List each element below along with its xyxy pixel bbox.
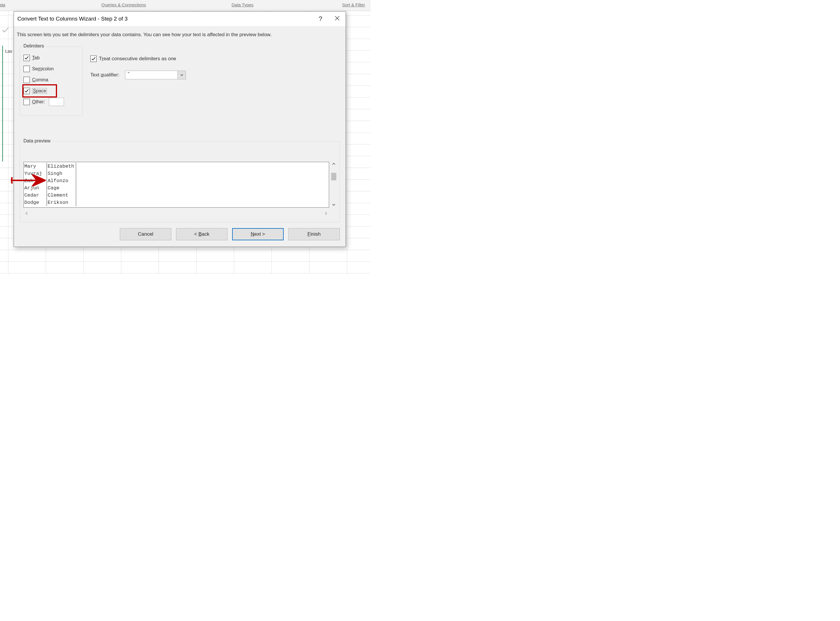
consecutive-row[interactable]: Treat consecutive delimiters as one	[90, 53, 340, 64]
consecutive-checkbox[interactable]	[90, 56, 97, 62]
data-preview-table: Mary ElizabethYuvraj SinghZak AlfonzoArj…	[24, 163, 76, 206]
table-row: Mary Elizabeth	[24, 163, 76, 170]
delimiter-comma-row[interactable]: Comma	[23, 74, 79, 85]
ribbon-group-datatypes: Data Types	[232, 2, 254, 7]
ribbon-group-data: n Data	[0, 2, 5, 7]
ribbon-background: n Data Queries & Connections Data Types …	[0, 0, 371, 11]
scroll-up-icon[interactable]	[332, 162, 336, 167]
help-button[interactable]: ?	[312, 12, 329, 26]
delimiters-legend: Delimiters	[22, 44, 45, 48]
delimiter-space-label: Space	[32, 88, 47, 94]
scroll-thumb[interactable]	[331, 173, 336, 180]
data-preview-box: Mary ElizabethYuvraj SinghZak AlfonzoArj…	[23, 162, 329, 208]
text-qualifier-label: Text qualifier:	[90, 72, 119, 78]
table-row: Zak Alfonzo	[24, 177, 76, 185]
scroll-right-icon[interactable]	[324, 211, 328, 216]
delimiter-other-checkbox[interactable]	[23, 99, 30, 105]
data-preview-legend: Data preview	[22, 138, 51, 144]
chevron-down-icon[interactable]	[177, 71, 186, 79]
text-qualifier-combo[interactable]: "	[125, 71, 186, 79]
cancel-button[interactable]: Cancel	[120, 228, 171, 240]
data-preview-group: Data preview Mary ElizabethYuvraj SinghZ…	[20, 141, 340, 222]
delimiter-semicolon-checkbox[interactable]	[23, 66, 30, 72]
delimiter-other-input[interactable]	[49, 98, 64, 106]
back-button[interactable]: < Back	[176, 228, 227, 240]
preview-vertical-scrollbar[interactable]	[330, 162, 337, 208]
preview-horizontal-scrollbar[interactable]	[23, 211, 329, 217]
ribbon-group-queries: Queries & Connections	[101, 2, 146, 7]
finish-button[interactable]: Finish	[288, 228, 340, 240]
scroll-left-icon[interactable]	[24, 211, 29, 216]
help-icon: ?	[319, 15, 322, 23]
close-icon	[334, 16, 340, 22]
dialog-titlebar[interactable]: Convert Text to Columns Wizard - Step 2 …	[14, 12, 346, 26]
scroll-down-icon[interactable]	[332, 203, 336, 208]
table-row: Arjun Cage	[24, 185, 76, 192]
dialog-title: Convert Text to Columns Wizard - Step 2 …	[17, 16, 128, 22]
delimiter-semicolon-label: Semicolon	[32, 66, 54, 71]
selection-edge	[0, 46, 3, 162]
delimiter-other-label: Other:	[32, 99, 45, 105]
formula-bar-accept-icon	[1, 26, 10, 34]
ribbon-group-sortfilter: Sort & Filter	[342, 2, 365, 7]
consecutive-label: Treat consecutive delimiters as one	[99, 56, 176, 62]
delimiters-group: Delimiters Tab Semicolon Comma Space	[20, 46, 83, 116]
delimiter-space-checkbox[interactable]	[23, 88, 30, 94]
delimiter-other-row[interactable]: Other:	[23, 96, 79, 108]
table-row: Cedar Clement	[24, 192, 76, 199]
delimiter-comma-label: Comma	[32, 77, 48, 82]
table-row: Yuvraj Singh	[24, 170, 76, 177]
delimiter-tab-checkbox[interactable]	[23, 55, 30, 61]
delimiter-tab-row[interactable]: Tab	[23, 52, 79, 64]
delimiter-tab-label: Tab	[32, 55, 40, 61]
text-qualifier-value: "	[125, 71, 177, 79]
background-cell-text: Las	[5, 48, 12, 53]
text-to-columns-dialog: Convert Text to Columns Wizard - Step 2 …	[14, 11, 346, 247]
delimiter-comma-checkbox[interactable]	[23, 77, 30, 83]
close-button[interactable]	[329, 12, 346, 26]
next-button[interactable]: Next >	[232, 228, 284, 240]
table-row: Dodge Erikson	[24, 199, 76, 206]
dialog-instruction: This screen lets you set the delimiters …	[17, 32, 343, 38]
delimiter-space-row[interactable]: Space	[23, 85, 56, 96]
delimiter-semicolon-row[interactable]: Semicolon	[23, 64, 79, 74]
